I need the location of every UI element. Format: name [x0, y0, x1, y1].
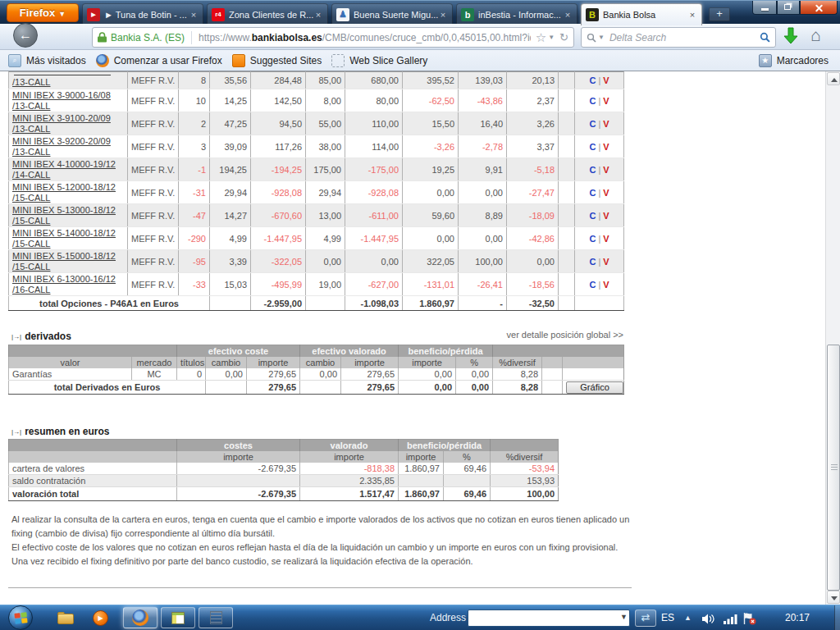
- url-bar[interactable]: Bankia S.A. (ES) https://www.bankiabolsa…: [92, 27, 574, 48]
- spreadsheet-taskbar-button[interactable]: [161, 607, 195, 628]
- option-name-link[interactable]: MINI IBEX 5-14000-18/12: [12, 228, 124, 239]
- option-name-link[interactable]: /15-CALL: [12, 216, 124, 226]
- sell-link[interactable]: V: [603, 119, 609, 129]
- bookmark-item[interactable]: ⌕Más visitados: [5, 52, 93, 69]
- minimize-button[interactable]: [752, 1, 777, 15]
- back-button[interactable]: ←: [13, 23, 38, 48]
- grafico-button[interactable]: Gráfico: [566, 381, 623, 394]
- bookmark-item[interactable]: Comenzar a usar Firefox: [93, 52, 229, 69]
- derivados-section-title: derivados: [11, 331, 71, 342]
- webslice-icon: [331, 54, 345, 67]
- bookmark-item[interactable]: Web Slice Gallery: [328, 52, 434, 69]
- scroll-down-button[interactable]: [827, 591, 840, 604]
- tab-close-icon[interactable]: ×: [563, 10, 573, 20]
- address-go-button[interactable]: ⇄: [635, 609, 656, 627]
- address-input[interactable]: ▼: [468, 609, 630, 627]
- tab-1[interactable]: ▶► Tuna de Botin - ...×: [82, 3, 203, 25]
- vertical-scrollbar[interactable]: [825, 71, 840, 605]
- chevron-down-icon[interactable]: ▼: [598, 34, 605, 41]
- restore-button[interactable]: [777, 1, 800, 15]
- option-row: MINI IBEX 6-13000-16/12/16-CALLMEFF R.V.…: [9, 273, 624, 296]
- bookmarks-toolbar: ⌕Más visitadosComenzar a usar FirefoxSug…: [0, 50, 840, 71]
- option-name-link[interactable]: /15-CALL: [12, 239, 124, 249]
- close-button[interactable]: [800, 1, 838, 15]
- sell-link[interactable]: V: [603, 234, 609, 244]
- detail-position-link[interactable]: ver detalle posición global >>: [507, 330, 623, 340]
- option-name-link[interactable]: MINI IBEX 5-12000-18/12: [12, 182, 124, 193]
- option-name-link[interactable]: /13-CALL: [12, 124, 124, 135]
- option-name-link[interactable]: /15-CALL: [12, 193, 124, 203]
- option-name-link[interactable]: MINI IBEX 4-10000-19/12: [12, 159, 124, 170]
- show-hidden-icons-button[interactable]: ▲: [684, 614, 692, 622]
- network-signal-icon[interactable]: [724, 613, 738, 628]
- search-icon: [587, 33, 596, 43]
- options-total-row: total Opciones - P46A1 en Euros-2.959,00…: [9, 296, 624, 311]
- option-name-link[interactable]: /13-CALL: [12, 147, 124, 158]
- option-name-link[interactable]: MINI IBEX 3-9100-20/09: [12, 113, 124, 124]
- language-indicator[interactable]: ES: [661, 612, 674, 623]
- option-name-link[interactable]: MINI IBEX 6-13000-16/12: [12, 274, 124, 285]
- firefox-taskbar-button[interactable]: [123, 607, 158, 628]
- option-name-link[interactable]: /13-CALL: [12, 77, 124, 88]
- tab-close-icon[interactable]: ×: [438, 10, 448, 20]
- search-box[interactable]: ▼ Delta Search: [581, 27, 776, 48]
- new-tab-button[interactable]: +: [709, 7, 730, 21]
- option-name-link[interactable]: MINI IBEX 3-9000-16/08: [12, 90, 124, 101]
- tab-3[interactable]: ♟Buena Suerte Migu...×: [331, 3, 453, 25]
- option-name-link[interactable]: /16-CALL: [12, 285, 124, 295]
- calculator-taskbar-button[interactable]: [199, 607, 233, 628]
- firefox-menu-button[interactable]: Firefox▼: [7, 3, 79, 22]
- tab-5[interactable]: BBankia Bolsa×: [581, 3, 702, 25]
- scroll-up-button[interactable]: [827, 72, 840, 85]
- sell-link[interactable]: V: [603, 165, 609, 175]
- bookmark-label: Más visitados: [26, 55, 86, 66]
- tab-close-icon[interactable]: ×: [189, 10, 199, 20]
- sell-link[interactable]: V: [603, 188, 609, 198]
- show-desktop-button[interactable]: [834, 605, 840, 630]
- scrollbar-thumb[interactable]: [827, 345, 840, 591]
- home-icon[interactable]: ⌂: [810, 25, 821, 45]
- sell-link[interactable]: V: [603, 211, 609, 221]
- explorer-taskbar-icon[interactable]: [57, 612, 74, 624]
- firefox-icon: [132, 609, 148, 626]
- sell-link[interactable]: V: [603, 257, 609, 267]
- tab-close-icon[interactable]: ×: [313, 10, 323, 20]
- sell-link[interactable]: V: [603, 142, 609, 152]
- sell-link[interactable]: V: [603, 75, 609, 85]
- chevron-down-icon[interactable]: ▼: [620, 613, 628, 621]
- taskbar-clock[interactable]: 20:17: [771, 612, 824, 623]
- chevron-down-icon[interactable]: ▼: [548, 34, 555, 41]
- bookmark-item[interactable]: Suggested Sites: [229, 52, 328, 69]
- option-name-link[interactable]: /14-CALL: [12, 170, 124, 180]
- bookmarks-list: ⌕Más visitadosComenzar a usar FirefoxSug…: [5, 52, 434, 69]
- value-cell: 29,94: [210, 181, 251, 204]
- option-name-link[interactable]: MINI IBEX 5-15000-18/12: [12, 251, 124, 262]
- value-cell: 0,00: [459, 181, 507, 204]
- option-name-link[interactable]: MINI IBEX 3-9200-20/09: [12, 136, 124, 147]
- sell-link[interactable]: V: [603, 280, 609, 290]
- volume-icon[interactable]: [702, 613, 715, 628]
- option-name-link[interactable]: MINI IBEX 5-13000-18/12: [12, 205, 124, 216]
- sell-link[interactable]: V: [603, 96, 609, 106]
- bookmarks-menu[interactable]: ★ Marcadores: [756, 52, 835, 69]
- tab-close-icon[interactable]: ×: [687, 10, 697, 20]
- option-name-link[interactable]: /13-CALL: [12, 101, 124, 112]
- option-name-cell: MINI IBEX 3-9000-16/08/13-CALL: [9, 89, 128, 112]
- bookmark-star-icon[interactable]: ☆: [536, 30, 546, 45]
- tab-4[interactable]: binBestia - Informac...×: [456, 3, 578, 25]
- value-cell: 194,25: [210, 158, 251, 181]
- reload-icon[interactable]: ↻: [559, 31, 568, 43]
- value-cell: 9,91: [459, 158, 507, 181]
- option-name-link[interactable]: /15-CALL: [12, 262, 124, 272]
- url-text: https://www.bankiabolsa.es/CMB/comunes/c…: [199, 32, 531, 43]
- action-center-flag-icon[interactable]: [743, 613, 756, 628]
- site-identity[interactable]: Bankia S.A. (ES): [98, 32, 185, 43]
- r4-icon: r4: [212, 8, 225, 21]
- search-submit-icon[interactable]: [760, 32, 770, 43]
- start-button[interactable]: [8, 605, 33, 630]
- download-arrow-icon[interactable]: [783, 27, 799, 48]
- media-player-taskbar-icon[interactable]: ▶: [93, 610, 108, 626]
- tab-2[interactable]: r4Zona Clientes de R...×: [207, 3, 328, 25]
- value-cell: 395,52: [403, 72, 459, 89]
- market-cell: MEFF R.V.: [128, 250, 179, 273]
